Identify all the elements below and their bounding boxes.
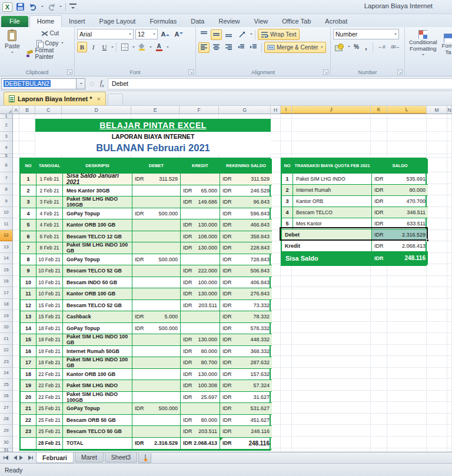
column-header-B[interactable]: B (19, 106, 35, 114)
deskripsi-cell[interactable]: Kantor ORB 100 GB (63, 288, 132, 300)
ribbon-tab-office-tab[interactable]: Office Tab (275, 16, 318, 27)
accounting-dropdown[interactable] (347, 44, 350, 50)
kredit-cell[interactable]: IDR25.697 (181, 392, 220, 404)
kredit-cell[interactable] (181, 174, 220, 185)
tanggal-cell[interactable]: 18 Feb 21 (36, 334, 63, 346)
next-sheet-button[interactable] (18, 454, 26, 462)
redo-dropdown[interactable] (59, 4, 62, 10)
no-cell[interactable]: 6 (21, 231, 36, 243)
debet-cell[interactable]: IDR500.000 (132, 403, 181, 415)
kredit-cell[interactable]: IDR149.686 (181, 197, 220, 208)
no-cell[interactable]: 3 (282, 196, 293, 207)
label-cell[interactable]: Kredit (282, 241, 372, 252)
font-dialog-launcher[interactable]: ↘ (188, 69, 194, 75)
first-sheet-button[interactable] (2, 454, 9, 462)
row-header-24[interactable]: 24 (0, 368, 12, 380)
no-cell[interactable]: 7 (21, 242, 36, 254)
copy-dropdown[interactable] (61, 40, 64, 46)
column-header-L[interactable]: L (387, 106, 427, 114)
debet-cell[interactable] (132, 426, 181, 438)
no-cell[interactable]: 16 (21, 346, 36, 358)
tanggal-cell[interactable]: 10 Feb 21 (36, 254, 63, 266)
borders-dropdown[interactable] (132, 44, 135, 51)
undo-dropdown[interactable] (41, 4, 44, 10)
kredit-cell[interactable]: IDR203.511 (181, 300, 220, 312)
no-cell[interactable]: 4 (282, 207, 293, 218)
debet-cell[interactable]: IDR5.000 (132, 311, 181, 323)
shrink-font-button[interactable]: A (173, 29, 185, 39)
tanggal-cell[interactable]: 18 Feb 21 (36, 357, 63, 369)
name-box-dropdown[interactable] (77, 78, 85, 89)
tanggal-cell[interactable]: 10 Feb 21 (36, 265, 63, 277)
tanggal-cell[interactable]: 2 Feb 21 (36, 185, 63, 197)
format-as-table-button[interactable]: FormTa (441, 29, 452, 59)
no-cell[interactable]: 18 (21, 369, 36, 381)
sheet-tab-maret[interactable]: Maret (75, 452, 104, 462)
tanggal-cell[interactable]: 25 Feb 21 (36, 426, 63, 438)
debet-cell[interactable] (132, 380, 181, 392)
saldo-cell[interactable]: IDR578.332 (220, 323, 272, 335)
kredit-cell[interactable]: IDR203.511 (181, 426, 220, 438)
column-header-cell[interactable]: TANGGAL (36, 159, 63, 174)
kredit-cell[interactable]: IDR80.700 (181, 357, 220, 369)
row-header-6[interactable]: 6 (0, 158, 12, 172)
tanggal-cell[interactable]: 15 Feb 21 (36, 300, 63, 312)
kredit-cell[interactable]: IDR100.000 (181, 277, 220, 289)
merge-center-button[interactable]: Merge & Center (264, 42, 326, 53)
no-cell[interactable]: 10 (21, 277, 36, 289)
selection-outline[interactable] (280, 227, 428, 241)
column-header-J[interactable]: J (292, 106, 371, 114)
debet-cell[interactable]: IDR500.000 (132, 323, 181, 335)
row-header-13[interactable]: 13 (0, 241, 12, 253)
label-cell[interactable]: Paket SIM LHG INDO (293, 174, 372, 185)
report-subtitle[interactable]: LAPORAN BIAYA INTERNET (35, 132, 271, 141)
tanggal-cell[interactable]: 18 Feb 21 (36, 323, 63, 335)
no-cell[interactable]: 20 (21, 392, 36, 404)
row-header-23[interactable]: 23 (0, 356, 12, 368)
column-header-I[interactable]: I (281, 106, 292, 114)
fill-handle[interactable] (426, 239, 429, 242)
saldo-cell[interactable]: IDR78.332 (220, 311, 272, 323)
row-header-15[interactable]: 15 (0, 264, 12, 276)
tanggal-cell[interactable]: 22 Feb 21 (36, 369, 63, 381)
excel-logo-icon[interactable]: X (2, 2, 12, 12)
month-title[interactable]: BULANAN Februari 2021 (35, 141, 271, 154)
saldo-cell[interactable]: IDR596.843 (220, 208, 272, 220)
format-painter-button[interactable]: Format Painter (25, 48, 74, 58)
ribbon-tab-file[interactable]: File (1, 16, 28, 27)
column-header-M[interactable]: M (427, 106, 447, 114)
kredit-cell[interactable]: IDR130.000 (181, 288, 220, 300)
tanggal-cell[interactable]: 18 Feb 21 (36, 346, 63, 358)
increase-indent-button[interactable] (248, 42, 259, 53)
underline-button[interactable]: U (99, 42, 109, 52)
row-header-29[interactable]: 29 (0, 425, 12, 437)
row-header-21[interactable]: 21 (0, 333, 12, 345)
saldo-cell[interactable]: IDR287.632 (220, 357, 272, 369)
align-top-button[interactable] (198, 29, 210, 40)
kredit-cell[interactable] (181, 323, 220, 335)
tanggal-cell[interactable]: 10 Feb 21 (36, 288, 63, 300)
tanggal-cell[interactable]: 3 Feb 21 (36, 197, 63, 208)
row-header-2[interactable]: 2 (0, 119, 12, 132)
column-header-F[interactable]: F (180, 106, 219, 114)
redo-button[interactable] (46, 2, 56, 12)
saldo-cell[interactable]: IDR57.324 (220, 380, 272, 392)
row-header-7[interactable]: 7 (0, 172, 12, 184)
kredit-cell[interactable] (181, 403, 220, 415)
no-cell[interactable]: 8 (21, 254, 36, 266)
font-color-dropdown[interactable] (166, 44, 169, 51)
no-cell[interactable]: 11 (21, 288, 36, 300)
insert-worksheet-button[interactable] (138, 453, 151, 463)
debet-cell[interactable] (132, 277, 181, 289)
select-all-corner[interactable] (0, 106, 13, 114)
no-cell[interactable]: 17 (21, 357, 36, 369)
column-header-C[interactable]: C (35, 106, 62, 114)
column-header-cell[interactable]: SALDO (372, 159, 428, 174)
ribbon-tab-view[interactable]: View (247, 16, 275, 27)
save-button[interactable] (15, 2, 25, 12)
close-icon[interactable]: × (97, 95, 101, 102)
row-header-18[interactable]: 18 (0, 299, 12, 311)
ribbon-tab-home[interactable]: Home (29, 15, 62, 27)
row-header-27[interactable]: 27 (0, 402, 12, 414)
paste-button[interactable]: Paste (0, 27, 25, 64)
